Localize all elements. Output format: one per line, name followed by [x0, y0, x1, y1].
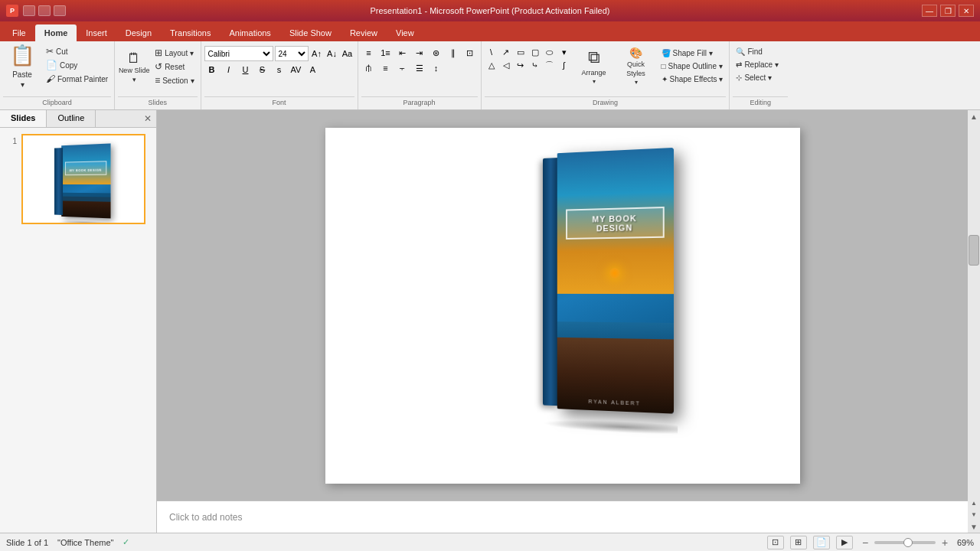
font-color-button[interactable]: A [305, 63, 321, 77]
align-right-button[interactable]: ⫟ [395, 61, 410, 75]
strikethrough-button[interactable]: S [255, 63, 270, 77]
shape-fill-button[interactable]: 🪣 Shape Fill ▾ [658, 47, 727, 59]
tab-animations[interactable]: Animations [220, 24, 279, 41]
shape-more[interactable]: ▾ [557, 46, 571, 58]
title-bar-title: Presentation1 - Microsoft PowerPoint (Pr… [370, 6, 609, 15]
ribbon-drawing-group: \ ↗ ▭ ▢ ⬭ ▾ △ ◁ ↪ ⤷ ⌒ ∫ ⧉ Arrange [482, 41, 730, 109]
shape-bend-arrow[interactable]: ↪ [514, 59, 528, 71]
smartart-button[interactable]: ⊛ [429, 46, 444, 60]
align-left-button[interactable]: ⫛ [361, 61, 377, 75]
slide-canvas[interactable]: MY BOOK DESIGN RYAN ALBERT [325, 128, 800, 484]
shape-line[interactable]: \ [485, 46, 498, 58]
slides-tab[interactable]: Slides [0, 110, 47, 127]
text-direction-button[interactable]: ⊡ [462, 46, 478, 60]
layout-button[interactable]: ⊞ Layout ▾ [152, 46, 197, 60]
shadow-button[interactable]: s [272, 63, 287, 77]
zoom-out-button[interactable]: − [859, 536, 871, 549]
section-button[interactable]: ≡ Section ▾ [152, 73, 197, 87]
reading-view-button[interactable]: 📄 [813, 536, 830, 549]
status-bar-right: ⊡ ⊞ 📄 ▶ − + 69% [767, 536, 974, 549]
format-painter-button[interactable]: 🖌 Format Painter [43, 72, 111, 86]
scroll-expand-up[interactable]: ▲ [968, 497, 980, 509]
slide-sorter-button[interactable]: ⊞ [790, 536, 807, 549]
scroll-expand-down[interactable]: ▼ [968, 509, 980, 520]
outline-tab[interactable]: Outline [47, 110, 96, 127]
editing-label: Editing [733, 96, 788, 106]
shape-ellipse[interactable]: ⬭ [543, 46, 557, 58]
shape-outline-button[interactable]: □ Shape Outline ▾ [658, 60, 727, 72]
tab-design[interactable]: Design [116, 24, 161, 41]
underline-button[interactable]: U [238, 63, 253, 77]
scroll-thumb[interactable] [969, 235, 979, 266]
quick-undo-icon[interactable] [38, 5, 51, 16]
align-center-button[interactable]: ≡ [378, 61, 394, 75]
tab-file[interactable]: File [3, 24, 35, 41]
cut-button[interactable]: ✂ Cut [43, 44, 111, 58]
shape-freeform[interactable]: ∫ [557, 59, 571, 71]
ribbon-tabs: File Home Insert Design Transitions Anim… [0, 21, 980, 41]
notes-area[interactable]: Click to add notes [157, 500, 968, 533]
arrange-button[interactable]: ⧉ Arrange ▾ [574, 46, 614, 86]
font-grow-button[interactable]: A↑ [310, 47, 324, 60]
select-button[interactable]: ⊹ Select ▾ [733, 72, 788, 83]
clear-format-button[interactable]: Aa [341, 47, 354, 60]
tab-slideshow[interactable]: Slide Show [280, 24, 341, 41]
zoom-in-button[interactable]: + [939, 536, 951, 549]
scroll-track[interactable] [968, 122, 980, 497]
slides-list: 1 MY BOOK DESIGN [0, 128, 156, 533]
quick-styles-button[interactable]: 🎨 Quick Styles ▾ [617, 46, 655, 86]
shape-triangle[interactable]: △ [485, 59, 498, 71]
slide-thumbnail[interactable]: MY BOOK DESIGN [21, 134, 145, 224]
shape-rtriangle[interactable]: ◁ [499, 59, 513, 71]
font-shrink-button[interactable]: A↓ [325, 47, 339, 60]
decrease-indent-button[interactable]: ⇤ [395, 46, 410, 60]
bullets-button[interactable]: ≡ [361, 46, 377, 60]
status-bar: Slide 1 of 1 "Office Theme" ✓ ⊡ ⊞ 📄 ▶ − … [0, 533, 980, 551]
book-shadow [542, 417, 677, 435]
copy-button[interactable]: 📄 Copy [43, 58, 111, 72]
shape-bend-arrow2[interactable]: ⤷ [528, 59, 542, 71]
bold-button[interactable]: B [204, 63, 220, 77]
normal-view-button[interactable]: ⊡ [767, 536, 784, 549]
line-spacing-button[interactable]: ↕ [429, 61, 444, 75]
shape-rect[interactable]: ▭ [514, 46, 528, 58]
new-slide-button[interactable]: 🗒 New Slide ▾ [118, 44, 150, 90]
zoom-track[interactable] [874, 541, 936, 544]
paste-button[interactable]: 📋 Paste ▾ [3, 44, 41, 87]
quick-save-icon[interactable] [23, 5, 35, 16]
book-container[interactable]: MY BOOK DESIGN RYAN ALBERT [540, 151, 708, 457]
scroll-down-button[interactable]: ▼ [968, 520, 980, 533]
char-spacing-button[interactable]: AV [289, 63, 304, 77]
tab-review[interactable]: Review [341, 24, 387, 41]
zoom-thumb[interactable] [903, 538, 913, 547]
shape-effects-button[interactable]: ✦ Shape Effects ▾ [658, 73, 727, 85]
restore-button[interactable]: ❐ [940, 5, 956, 17]
quick-redo-icon[interactable] [54, 5, 66, 16]
tab-transitions[interactable]: Transitions [161, 24, 220, 41]
increase-indent-button[interactable]: ⇥ [412, 46, 427, 60]
italic-button[interactable]: I [221, 63, 237, 77]
tab-home[interactable]: Home [35, 24, 77, 41]
shape-curve[interactable]: ⌒ [543, 59, 557, 71]
title-bar-left: P [6, 5, 66, 17]
replace-button[interactable]: ⇄ Replace ▾ [733, 59, 788, 70]
find-button[interactable]: 🔍 Find [733, 46, 788, 57]
font-name-select[interactable]: Calibri [204, 46, 273, 61]
close-button[interactable]: ✕ [959, 5, 974, 17]
numbering-button[interactable]: 1≡ [378, 46, 394, 60]
slide-item-1[interactable]: 1 MY BOOK DESIGN [6, 134, 150, 224]
scroll-up-button[interactable]: ▲ [968, 110, 980, 122]
title-bar-controls[interactable]: — ❐ ✕ [922, 5, 974, 17]
drawing-label: Drawing [485, 96, 727, 106]
shape-arrow[interactable]: ↗ [499, 46, 513, 58]
columns-button[interactable]: ∥ [446, 46, 461, 60]
slideshow-button[interactable]: ▶ [836, 536, 853, 549]
font-size-select[interactable]: 24 [275, 46, 309, 61]
tab-insert[interactable]: Insert [77, 24, 116, 41]
minimize-button[interactable]: — [922, 5, 937, 17]
justify-button[interactable]: ☰ [412, 61, 427, 75]
shape-rounded-rect[interactable]: ▢ [528, 46, 542, 58]
reset-button[interactable]: ↺ Reset [152, 60, 197, 73]
close-panel-button[interactable]: ✕ [139, 110, 156, 127]
tab-view[interactable]: View [387, 24, 423, 41]
